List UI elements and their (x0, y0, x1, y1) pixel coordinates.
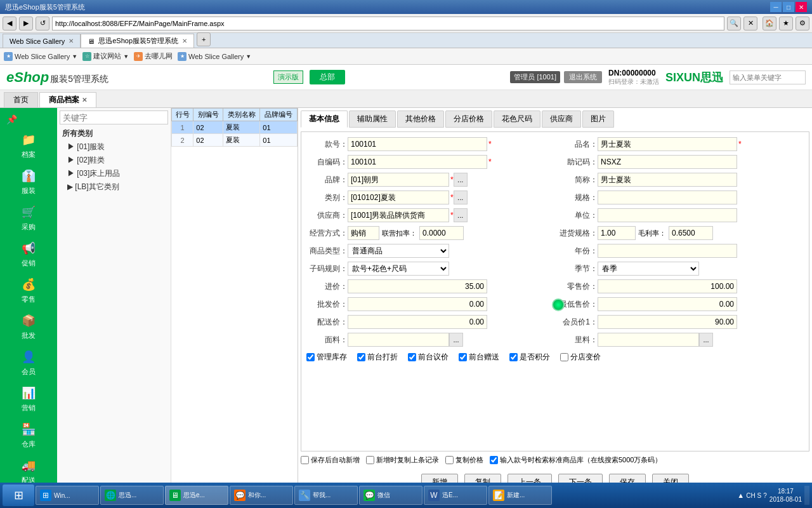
browser-tab-0[interactable]: Web Slice Gallery ✕ (3, 34, 81, 48)
cb-shurukunhao-input[interactable] (490, 456, 498, 464)
cb-fendianbianjia-input[interactable] (560, 353, 568, 361)
sidebar-item-huiyuan[interactable]: 👤 会员 (3, 344, 54, 380)
taskbar-item-word[interactable]: W 迅E... (424, 486, 487, 505)
sidebar-item-lingshou[interactable]: 💰 零售 (3, 272, 54, 308)
new-tab-button[interactable]: + (197, 32, 211, 46)
cb-shurukunhao[interactable]: 输入款号时检索标准商品库（在线搜索5000万条码） (490, 455, 662, 465)
cat-item-3[interactable]: ▶ [LB]其它类别 (60, 180, 168, 194)
cb-baocun[interactable]: 保存后自动新增 (301, 455, 360, 465)
cb-xinzeng-input[interactable] (366, 456, 374, 464)
refresh-button[interactable]: ↺ (36, 17, 49, 30)
lianyingkoulv-input[interactable] (419, 226, 464, 240)
cb-qiantaidazhe[interactable]: 前台打折 (357, 352, 398, 363)
danwei-input[interactable] (598, 208, 737, 222)
zhujima-input[interactable] (598, 155, 737, 169)
maximize-button[interactable]: □ (783, 2, 794, 12)
stop-button[interactable]: ✕ (743, 17, 757, 30)
category-root-label[interactable]: 所有类别 (60, 127, 168, 140)
zima-select[interactable]: 款号+花色+尺码 (348, 262, 449, 276)
mianliao-btn[interactable]: ... (449, 333, 463, 347)
address-input[interactable] (52, 17, 724, 30)
fav-item-3[interactable]: ★ Web Slice Gallery ▼ (178, 52, 251, 61)
category-search-input[interactable] (60, 110, 168, 124)
back-button[interactable]: ◀ (3, 17, 16, 30)
cb-xinzeng[interactable]: 新增时复制上条记录 (366, 455, 439, 465)
sidebar-item-cuxiao[interactable]: 📢 促销 (3, 236, 54, 272)
close-window-button[interactable]: ✕ (796, 2, 807, 12)
jinhuoguige-input[interactable] (598, 226, 636, 240)
fav-item-1[interactable]: ☆ 建议网站 ▼ (82, 51, 129, 61)
taskbar-item-bangwo[interactable]: 🔧 帮我... (294, 486, 358, 505)
gongyingshang-input[interactable] (348, 208, 449, 222)
kuhao-input[interactable] (348, 137, 487, 151)
taskbar-item-heni[interactable]: 💬 和你... (230, 486, 293, 505)
jijie-select[interactable]: 春季 (598, 262, 699, 276)
leibie-btn[interactable]: ... (454, 190, 468, 204)
sidebar-item-caigou[interactable]: 🛒 采购 (3, 199, 54, 236)
start-button[interactable]: ⊞ (3, 485, 34, 506)
sidebar-item-pifa[interactable]: 📦 批发 (3, 308, 54, 344)
menu-search-input[interactable] (730, 70, 806, 84)
maoliilv-input[interactable] (669, 226, 713, 240)
forward-button[interactable]: ▶ (19, 17, 33, 30)
niandao-input[interactable] (598, 244, 737, 258)
table-row[interactable]: 1 02 夏装 01 (172, 121, 298, 134)
guige-input[interactable] (598, 190, 737, 204)
sidebar-item-yingxiao[interactable]: 📊 营销 (3, 380, 54, 417)
taskbar-item-win[interactable]: ⊞ Win... (36, 486, 99, 505)
gongyingshang-btn[interactable]: ... (454, 208, 468, 222)
nav-tab-home[interactable]: 首页 (4, 92, 38, 107)
pifajia-input[interactable] (348, 297, 487, 311)
cb-qiantaisongji-input[interactable] (459, 353, 467, 361)
home-button[interactable]: 🏠 (763, 17, 776, 30)
cb-fuzhi[interactable]: 复制价格 (445, 455, 483, 465)
fav-item-0[interactable]: ★ Web Slice Gallery ▼ (4, 52, 77, 61)
browser-tab-0-close[interactable]: ✕ (69, 37, 74, 44)
cb-qiantaisongji[interactable]: 前台赠送 (459, 352, 499, 363)
cat-item-2[interactable]: ▶ [03]床上用品 (60, 167, 168, 180)
fav-item-2[interactable]: ✈ 去哪儿网 (134, 51, 173, 61)
taskbar-item-eshop[interactable]: 🖥 思迅e... (165, 486, 228, 505)
zibianma-input[interactable] (348, 155, 487, 169)
tools-button[interactable]: ⚙ (796, 17, 809, 30)
cat-item-1[interactable]: ▶ [02]鞋类 (60, 154, 168, 167)
pinpai-input[interactable] (348, 173, 449, 187)
minimize-button[interactable]: ─ (770, 2, 782, 12)
cb-shifoujifen[interactable]: 是否积分 (509, 352, 550, 363)
form-tab-supplier[interactable]: 供应商 (542, 110, 581, 128)
pinpai-btn[interactable]: ... (454, 173, 468, 187)
cb-qiantaidazhe-input[interactable] (357, 353, 365, 361)
shangpinleixing-select[interactable]: 普通商品 (348, 244, 449, 258)
sidebar-item-fuzhuang[interactable]: 👔 服装 (3, 163, 54, 199)
mianliao-input[interactable] (348, 333, 449, 347)
sidebar-item-dangan[interactable]: 📁 档案 (3, 127, 54, 163)
jingying-input[interactable] (348, 226, 379, 240)
form-tab-aux[interactable]: 辅助属性 (349, 110, 396, 128)
taskbar-item-sixun1[interactable]: 🌐 思迅... (100, 486, 164, 505)
nav-tab-goods[interactable]: 商品档案 ✕ (39, 92, 96, 107)
cb-guanlikucun-input[interactable] (306, 353, 315, 361)
logout-button[interactable]: 退出系统 (564, 71, 602, 83)
browser-tab-1[interactable]: 🖥 思迅eShop服装5管理系统 ✕ (81, 34, 194, 48)
cb-shifoujifen-input[interactable] (509, 353, 518, 361)
search-go-button[interactable]: 🔍 (727, 17, 741, 30)
taskbar-item-xingjian[interactable]: 📝 新建... (488, 486, 552, 505)
cb-guanlikucun[interactable]: 管理库存 (306, 352, 347, 363)
form-tab-other-price[interactable]: 其他价格 (397, 110, 444, 128)
cat-item-0[interactable]: ▶ [01]服装 (60, 140, 168, 154)
form-tab-color-size[interactable]: 花色尺码 (494, 110, 540, 128)
cb-qiantaiyijia-input[interactable] (408, 353, 416, 361)
liliao-input[interactable] (598, 333, 699, 347)
form-tab-basic[interactable]: 基本信息 (301, 110, 348, 128)
peisong-input[interactable] (348, 315, 487, 329)
huiyuanjia1-input[interactable] (598, 315, 737, 329)
jinjia-input[interactable] (348, 279, 487, 293)
leibie-input[interactable] (348, 190, 449, 204)
lingshojia-input[interactable] (598, 279, 737, 293)
cb-baocun-input[interactable] (301, 456, 309, 464)
total-button[interactable]: 总部 (310, 70, 345, 84)
cb-fuzhi-input[interactable] (445, 456, 454, 464)
form-tab-image[interactable]: 图片 (582, 110, 614, 128)
liliao-btn[interactable]: ... (699, 333, 713, 347)
pinming-input[interactable] (598, 137, 737, 151)
